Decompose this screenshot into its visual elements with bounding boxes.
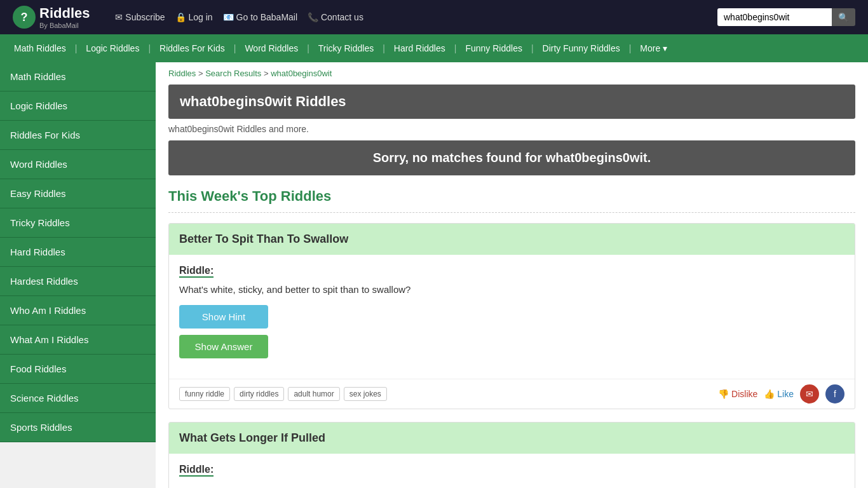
babamail-link[interactable]: 📧 Go to BabaMail <box>223 12 297 22</box>
page-title-box: what0begins0wit Riddles <box>168 85 855 119</box>
no-results-box: Sorry, no matches found for what0begins0… <box>168 140 855 175</box>
nav-tricky[interactable]: Tricky Riddles <box>311 34 381 62</box>
riddle-card-1-footer: funny riddle dirty riddles adult humor s… <box>169 379 855 409</box>
facebook-share-button[interactable]: f <box>825 384 844 403</box>
breadcrumb-riddles[interactable]: Riddles <box>168 69 196 78</box>
sidebar-easy[interactable]: Easy Riddles <box>0 179 156 208</box>
nav-kids[interactable]: Riddles For Kids <box>152 34 233 62</box>
logo-area: ? Riddles By BabaMail <box>13 5 90 29</box>
riddle-card-2-title: What Gets Longer If Pulled <box>169 423 855 454</box>
header-nav: ✉ Subscribe 🔒 Log in 📧 Go to BabaMail 📞 … <box>115 12 363 22</box>
sidebar-logic[interactable]: Logic Riddles <box>0 92 156 121</box>
riddle-card-1-body: Riddle: What's white, sticky, and better… <box>169 255 855 379</box>
tag-funny[interactable]: funny riddle <box>179 387 230 401</box>
sidebar-kids[interactable]: Riddles For Kids <box>0 121 156 150</box>
contact-link[interactable]: 📞 Contact us <box>308 12 363 22</box>
search-button[interactable]: 🔍 <box>832 8 855 26</box>
tag-dirty[interactable]: dirty riddles <box>234 387 284 401</box>
like-label: Like <box>777 389 794 399</box>
nav-sep-7: | <box>530 43 535 53</box>
tag-adult[interactable]: adult humor <box>288 387 339 401</box>
page-subtitle: what0begins0wit Riddles and more. <box>168 124 855 134</box>
breadcrumb-sep-2: > <box>264 69 271 78</box>
sidebar-tricky[interactable]: Tricky Riddles <box>0 208 156 238</box>
breadcrumb-search-results[interactable]: Search Results <box>205 69 261 78</box>
riddle-tags: funny riddle dirty riddles adult humor s… <box>179 387 387 401</box>
like-icon: 👍 <box>764 389 775 399</box>
main-content: Riddles > Search Results > what0begins0w… <box>156 62 868 488</box>
riddle-label-1: Riddle: <box>179 265 214 278</box>
riddle-actions: 👎 Dislike 👍 Like ✉ f <box>718 384 844 403</box>
nav-sep-3: | <box>233 43 238 53</box>
facebook-icon: f <box>834 389 836 399</box>
sidebar-word[interactable]: Word Riddles <box>0 150 156 179</box>
nav-funny[interactable]: Funny Riddles <box>458 34 530 62</box>
sidebar: Math Riddles Logic Riddles Riddles For K… <box>0 62 156 488</box>
riddle-label-2: Riddle: <box>179 464 214 477</box>
riddle-card-1: Better To Spit Than To Swallow Riddle: W… <box>168 223 855 409</box>
search-area: 🔍 <box>717 8 855 26</box>
tag-sex[interactable]: sex jokes <box>344 387 387 401</box>
show-answer-button[interactable]: Show Answer <box>179 335 268 358</box>
top-riddles-heading: This Week's Top Riddles <box>168 188 855 213</box>
breadcrumb: Riddles > Search Results > what0begins0w… <box>168 69 855 78</box>
sidebar-whatami[interactable]: What Am I Riddles <box>0 325 156 355</box>
nav-sep-2: | <box>147 43 152 53</box>
sidebar-hardest[interactable]: Hardest Riddles <box>0 267 156 296</box>
top-nav: Math Riddles | Logic Riddles | Riddles F… <box>0 34 868 62</box>
dislike-icon: 👎 <box>718 389 729 399</box>
email-share-button[interactable]: ✉ <box>800 384 819 403</box>
sidebar-math[interactable]: Math Riddles <box>0 62 156 92</box>
nav-sep-8: | <box>628 43 633 53</box>
breadcrumb-sep-1: > <box>198 69 205 78</box>
sidebar-science[interactable]: Science Riddles <box>0 384 156 413</box>
riddle-text-1: What's white, sticky, and better to spit… <box>179 284 844 295</box>
dislike-label: Dislike <box>731 389 757 399</box>
layout: Math Riddles Logic Riddles Riddles For K… <box>0 62 868 488</box>
riddle-card-2: What Gets Longer If Pulled Riddle: <box>168 422 855 488</box>
nav-sep-1: | <box>74 43 79 53</box>
nav-word[interactable]: Word Riddles <box>237 34 306 62</box>
breadcrumb-current: what0begins0wit <box>271 69 332 78</box>
sidebar-whoami[interactable]: Who Am I Riddles <box>0 296 156 325</box>
nav-logic[interactable]: Logic Riddles <box>78 34 147 62</box>
chevron-down-icon: ▾ <box>663 43 667 53</box>
nav-dirty[interactable]: Dirty Funny Riddles <box>535 34 628 62</box>
like-button[interactable]: 👍 Like <box>764 389 794 399</box>
show-hint-button[interactable]: Show Hint <box>179 305 268 329</box>
more-label: More <box>640 43 660 53</box>
logo-icon: ? <box>13 6 36 29</box>
nav-math[interactable]: Math Riddles <box>6 34 74 62</box>
email-icon: ✉ <box>806 389 813 399</box>
more-dropdown[interactable]: More ▾ <box>632 34 675 62</box>
search-input[interactable] <box>717 8 832 26</box>
nav-sep-5: | <box>381 43 386 53</box>
login-link[interactable]: 🔒 Log in <box>175 12 213 22</box>
logo-sub: By BabaMail <box>39 22 90 29</box>
subscribe-link[interactable]: ✉ Subscribe <box>115 12 165 22</box>
sidebar-food[interactable]: Food Riddles <box>0 355 156 384</box>
no-results-text: Sorry, no matches found for what0begins0… <box>373 151 651 165</box>
sidebar-hard[interactable]: Hard Riddles <box>0 238 156 267</box>
nav-sep-6: | <box>453 43 458 53</box>
nav-hard[interactable]: Hard Riddles <box>386 34 453 62</box>
page-title: what0begins0wit Riddles <box>180 93 844 110</box>
riddle-card-1-title: Better To Spit Than To Swallow <box>169 224 855 255</box>
logo-text: Riddles <box>39 5 90 21</box>
dislike-button[interactable]: 👎 Dislike <box>718 389 757 399</box>
riddle-card-2-body: Riddle: <box>169 454 855 488</box>
header: ? Riddles By BabaMail ✉ Subscribe 🔒 Log … <box>0 0 868 34</box>
nav-sep-4: | <box>306 43 311 53</box>
logo-text-area: Riddles By BabaMail <box>39 5 90 29</box>
sidebar-sports[interactable]: Sports Riddles <box>0 413 156 442</box>
